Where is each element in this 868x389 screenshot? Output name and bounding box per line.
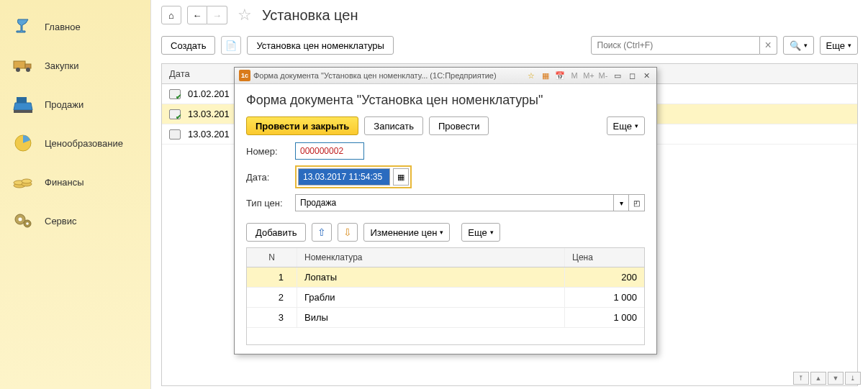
cell-name: Вилы xyxy=(297,308,565,327)
document-posted-icon xyxy=(169,109,181,119)
calendar-button[interactable]: ▦ xyxy=(393,168,409,186)
close-icon[interactable]: ✕ xyxy=(641,70,652,81)
post-button[interactable]: Провести xyxy=(429,116,489,135)
m-plus-icon[interactable]: M+ xyxy=(583,70,595,81)
price-type-row: Тип цен: ▾ ◰ xyxy=(246,194,645,211)
sidebar-item-sales[interactable]: Продажи xyxy=(0,85,150,124)
lamp-icon xyxy=(10,16,36,37)
modal-window-title: Форма документа "Установка цен номенклат… xyxy=(253,71,497,80)
more-button[interactable]: Еще▾ xyxy=(820,36,858,55)
maximize-icon[interactable]: ◻ xyxy=(626,70,638,81)
cell-price: 1 000 xyxy=(565,308,644,327)
forward-button[interactable]: → xyxy=(207,6,227,24)
modal-titlebar[interactable]: 1c Форма документа "Установка цен номенк… xyxy=(235,68,656,84)
col-header-price[interactable]: Цена xyxy=(565,248,644,267)
footer-nav: ⤒ ▲ ▼ ⤓ xyxy=(793,372,861,385)
price-type-label: Тип цен: xyxy=(246,198,291,209)
number-input[interactable] xyxy=(295,142,364,160)
search-clear-button[interactable]: × xyxy=(760,36,777,55)
list-row-date: 01.02.201 xyxy=(188,88,230,99)
page-title: Установка цен xyxy=(262,7,358,24)
m-icon[interactable]: M xyxy=(569,70,580,81)
add-row-button[interactable]: Добавить xyxy=(246,223,306,242)
create-button[interactable]: Создать xyxy=(161,36,215,55)
cell-name: Лопаты xyxy=(297,267,565,287)
grid-row[interactable]: 1 Лопаты 200 xyxy=(247,267,644,288)
price-type-input[interactable] xyxy=(295,194,613,211)
grid-header: N Номенклатура Цена xyxy=(247,248,644,267)
nav-last-button[interactable]: ⤓ xyxy=(845,372,861,385)
date-input[interactable] xyxy=(298,168,390,186)
svg-point-2 xyxy=(16,68,20,72)
sidebar-item-service[interactable]: Сервис xyxy=(0,201,150,240)
sidebar-item-finance[interactable]: Финансы xyxy=(0,163,150,201)
document-form-modal: 1c Форма документа "Установка цен номенк… xyxy=(234,67,657,354)
dropdown-button[interactable]: ▾ xyxy=(613,194,629,211)
cell-n: 2 xyxy=(247,288,297,307)
svg-rect-0 xyxy=(14,61,25,68)
grid-toolbar: Добавить ⇧ ⇩ Изменение цен▾ Еще▾ xyxy=(246,223,645,242)
move-up-button[interactable]: ⇧ xyxy=(312,223,332,242)
svg-point-10 xyxy=(22,179,32,183)
move-down-button[interactable]: ⇩ xyxy=(338,223,358,242)
grid-row[interactable]: 2 Грабли 1 000 xyxy=(247,288,644,308)
change-prices-button[interactable]: Изменение цен▾ xyxy=(363,223,450,242)
document-posted-icon xyxy=(169,89,181,99)
set-prices-button[interactable]: Установка цен номенклатуры xyxy=(247,36,394,55)
sidebar-item-main[interactable]: Главное xyxy=(0,7,150,46)
1c-icon: 1c xyxy=(239,70,250,81)
favorite-icon[interactable]: ☆ xyxy=(238,6,252,24)
sidebar-item-label: Главное xyxy=(45,22,81,32)
list-row-date: 13.03.201 xyxy=(188,129,230,139)
calendar-icon[interactable]: 📅 xyxy=(554,70,566,81)
sidebar-item-purchases[interactable]: Закупки xyxy=(0,46,150,85)
back-button[interactable]: ← xyxy=(187,6,207,24)
calc-icon[interactable]: ▦ xyxy=(540,70,551,81)
cell-n: 1 xyxy=(247,267,297,287)
cell-n: 3 xyxy=(247,308,297,327)
grid-more-button[interactable]: Еще▾ xyxy=(461,223,499,242)
sidebar-item-label: Продажи xyxy=(45,99,83,110)
grid-row[interactable]: 3 Вилы 1 000 xyxy=(247,308,644,328)
sidebar-item-label: Ценообразование xyxy=(45,138,123,149)
modal-more-button[interactable]: Еще▾ xyxy=(607,116,645,135)
col-header-name[interactable]: Номенклатура xyxy=(297,248,565,267)
col-header-n[interactable]: N xyxy=(247,248,297,267)
nav-up-button[interactable]: ▲ xyxy=(810,372,826,385)
nav-down-button[interactable]: ▼ xyxy=(828,372,844,385)
post-and-close-button[interactable]: Провести и закрыть xyxy=(246,116,358,135)
truck-icon xyxy=(10,55,36,76)
modal-toolbar: Провести и закрыть Записать Провести Еще… xyxy=(246,116,645,135)
gears-icon xyxy=(10,210,36,232)
pie-chart-icon xyxy=(10,132,36,154)
favorite-icon[interactable]: ☆ xyxy=(525,70,537,81)
cell-name: Грабли xyxy=(297,288,565,307)
copy-button[interactable]: 📄 xyxy=(221,36,241,55)
home-button[interactable]: ⌂ xyxy=(161,6,181,24)
search-input[interactable] xyxy=(591,36,760,55)
number-row: Номер: xyxy=(246,142,645,160)
number-label: Номер: xyxy=(246,146,291,157)
cell-price: 200 xyxy=(565,267,644,287)
search-options-button[interactable]: 🔍▾ xyxy=(783,36,814,55)
price-grid: N Номенклатура Цена 1 Лопаты 200 2 Грабл… xyxy=(246,247,645,345)
open-button[interactable]: ◰ xyxy=(629,194,645,211)
nav-first-button[interactable]: ⤒ xyxy=(793,372,809,385)
sidebar-item-label: Закупки xyxy=(45,60,78,71)
svg-rect-4 xyxy=(17,97,27,103)
date-label: Дата: xyxy=(246,172,291,183)
sidebar-item-label: Сервис xyxy=(45,216,77,226)
coins-icon xyxy=(10,171,36,193)
sidebar: Главное Закупки Продажи Ценообразование … xyxy=(0,0,151,389)
modal-body: Форма документа "Установка цен номенклат… xyxy=(235,84,656,354)
svg-point-12 xyxy=(19,218,22,221)
date-row: Дата: ▦ xyxy=(246,165,645,188)
m-minus-icon[interactable]: M- xyxy=(597,70,609,81)
sidebar-item-label: Финансы xyxy=(45,177,84,188)
document-icon xyxy=(169,129,181,139)
sidebar-item-pricing[interactable]: Ценообразование xyxy=(0,124,150,163)
save-button[interactable]: Записать xyxy=(364,116,423,135)
minimize-icon[interactable]: ▭ xyxy=(612,70,623,81)
svg-rect-5 xyxy=(14,110,32,113)
list-row-date: 13.03.201 xyxy=(188,109,230,119)
